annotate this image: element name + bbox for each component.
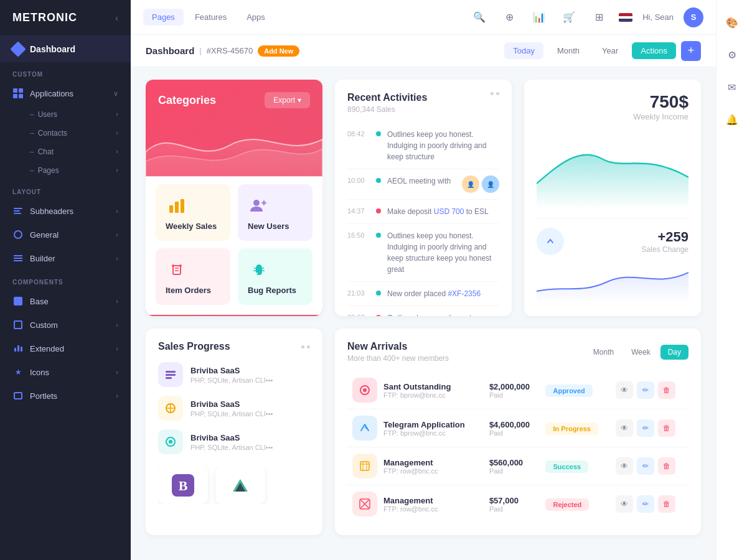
delete-button[interactable]: 🗑	[658, 381, 675, 399]
applications-arrow-icon: ∨	[113, 90, 118, 98]
general-label: General	[30, 230, 59, 240]
delete-button[interactable]: 🗑	[658, 419, 675, 437]
sales-progress-title: Sales Progress	[158, 341, 230, 352]
bug-reports-icon	[248, 258, 270, 281]
sales-card-menu[interactable]	[301, 345, 310, 348]
custom-icon	[12, 319, 24, 330]
bug-reports-label: Bug Reports	[248, 286, 296, 295]
view-button[interactable]: 👁	[616, 419, 633, 437]
base-icon	[12, 296, 24, 307]
month-button[interactable]: Month	[548, 42, 588, 59]
topnav-right: 🔍 ⊕ 📊 🛒 ⊞ Hi, Sean S	[469, 7, 703, 27]
sidebar-sub-contacts[interactable]: –Contacts ›	[0, 124, 131, 142]
item-orders-icon	[166, 258, 188, 281]
item-orders-label: Item Orders	[166, 286, 211, 295]
cart-icon[interactable]: 🛒	[559, 7, 579, 27]
weekly-sales-icon	[166, 194, 188, 217]
edit-button[interactable]: ✏	[637, 495, 654, 513]
portlets-icon	[12, 390, 24, 401]
grid-icon[interactable]: ⊞	[589, 7, 609, 27]
tab-day[interactable]: Day	[660, 345, 688, 360]
actions-button[interactable]: Actions	[632, 42, 676, 59]
activities-subtitle: 890,344 Sales	[347, 105, 427, 114]
activity-item: 21:03 New order placed #XF-2356	[347, 282, 499, 306]
frameworks-row: B	[158, 467, 310, 504]
edit-button[interactable]: ✏	[637, 419, 654, 437]
topnav-link-pages[interactable]: Pages	[143, 9, 184, 26]
sales-chart	[537, 260, 688, 304]
svg-rect-7	[173, 266, 181, 274]
income-amount: 750$	[650, 92, 688, 112]
rp-palette-icon[interactable]: 🎨	[722, 12, 742, 32]
sidebar-item-icons[interactable]: ★ Icons ›	[0, 360, 131, 384]
subcard-weekly-sales[interactable]: Weekly Sales	[156, 184, 230, 241]
sidebar-item-base[interactable]: Base ›	[0, 289, 131, 313]
topnav-links: Pages Features Apps	[143, 9, 274, 26]
sales-change-icon	[537, 228, 564, 255]
rp-notification-icon[interactable]: 🔔	[722, 110, 742, 129]
year-button[interactable]: Year	[593, 42, 627, 59]
row-actions: 👁 ✏ 🗑	[616, 419, 684, 437]
sidebar-logo: METRONIC ‹	[0, 0, 131, 36]
sidebar-item-applications[interactable]: Applications ∨	[0, 82, 131, 105]
rp-settings-icon[interactable]: ⚙	[722, 45, 742, 65]
wave-chart	[146, 114, 322, 177]
tab-month[interactable]: Month	[586, 345, 621, 360]
sales-item: Briviba SaaS PHP, SQLite, Artisan CLI•••	[158, 429, 310, 454]
tab-week[interactable]: Week	[624, 345, 657, 360]
rp-send-icon[interactable]: ✉	[722, 77, 742, 97]
activity-dot	[376, 178, 381, 183]
edit-button[interactable]: ✏	[637, 457, 654, 475]
search-icon[interactable]: 🔍	[469, 7, 489, 27]
sidebar-item-subheaders[interactable]: Subheaders ›	[0, 199, 131, 223]
sales-change-label: Sales Change	[642, 245, 688, 254]
subcard-new-users[interactable]: New Users	[238, 184, 312, 241]
edit-button[interactable]: ✏	[637, 381, 654, 399]
view-button[interactable]: 👁	[616, 457, 633, 475]
arrivals-header: New Arrivals More than 400+ new members …	[347, 341, 688, 363]
view-button[interactable]: 👁	[616, 495, 633, 513]
export-chevron-icon: ▾	[298, 96, 301, 105]
arrivals-tabs: Month Week Day	[586, 345, 688, 360]
export-button[interactable]: Export ▾	[265, 92, 310, 108]
svg-point-10	[172, 264, 174, 267]
topnav-link-features[interactable]: Features	[186, 9, 235, 26]
sidebar-collapse-icon[interactable]: ‹	[115, 13, 118, 23]
share-icon[interactable]: ⊕	[499, 7, 519, 27]
delete-button[interactable]: 🗑	[658, 495, 675, 513]
sidebar-item-builder[interactable]: Builder ›	[0, 246, 131, 270]
card-menu-dots[interactable]	[491, 92, 499, 95]
page-title: Dashboard	[146, 45, 194, 56]
activity-item: 08:42 Outlines keep you honest. Indulgin…	[347, 123, 499, 169]
sidebar-item-general[interactable]: General ›	[0, 223, 131, 246]
content-grid: Categories Export ▾	[131, 67, 716, 560]
svg-rect-21	[166, 377, 172, 379]
subheaders-label: Subheaders	[30, 207, 73, 216]
avatar[interactable]: S	[684, 7, 703, 27]
svg-rect-1	[175, 202, 179, 213]
svg-text:B: B	[179, 478, 188, 493]
view-button[interactable]: 👁	[616, 381, 633, 399]
subcard-item-orders[interactable]: Item Orders	[156, 248, 230, 305]
today-button[interactable]: Today	[504, 42, 543, 59]
chart-icon[interactable]: 📊	[529, 7, 549, 27]
add-button[interactable]: +	[681, 41, 701, 61]
activity-dot	[376, 291, 381, 296]
sidebar-item-dashboard[interactable]: Dashboard	[0, 36, 131, 62]
sidebar-item-extended[interactable]: Extended ›	[0, 337, 131, 360]
sidebar-item-portlets[interactable]: Portlets ›	[0, 384, 131, 408]
topnav-link-apps[interactable]: Apps	[238, 9, 274, 26]
svg-point-35	[357, 421, 372, 436]
activity-dot	[376, 233, 381, 238]
delete-button[interactable]: 🗑	[658, 457, 675, 475]
sidebar-sub-pages[interactable]: –Pages ›	[0, 161, 131, 180]
activities-card: Recent Activities 890,344 Sales 08:42 Ou…	[335, 80, 512, 316]
app-icon	[352, 416, 377, 441]
subcard-bug-reports[interactable]: Bug Reports	[238, 248, 312, 305]
row-actions: 👁 ✏ 🗑	[616, 495, 684, 513]
activity-dot	[376, 131, 381, 136]
sidebar-sub-users[interactable]: –Users ›	[0, 105, 131, 124]
sidebar-item-custom[interactable]: Custom ›	[0, 313, 131, 337]
add-new-badge[interactable]: Add New	[258, 45, 299, 57]
sidebar-sub-chat[interactable]: –Chat ›	[0, 142, 131, 161]
